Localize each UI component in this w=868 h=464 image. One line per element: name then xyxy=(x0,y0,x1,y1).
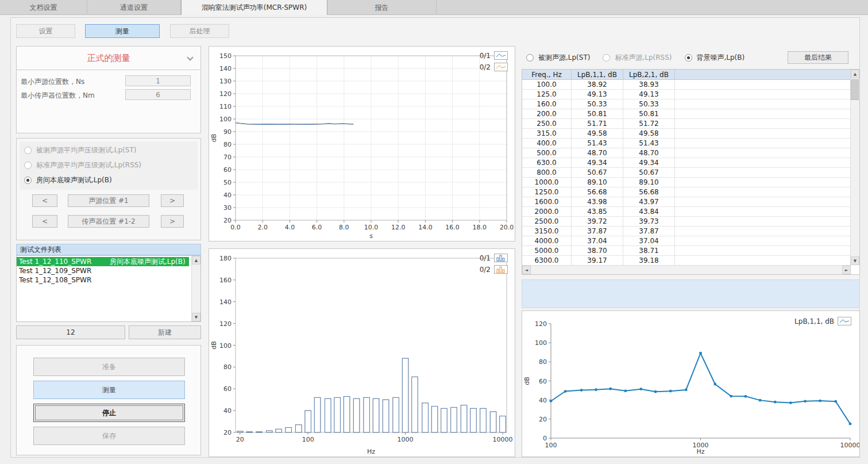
tab-channel-settings[interactable]: 通道设置 xyxy=(87,0,181,15)
file-list-item[interactable]: Test 1_12_109_SPWR xyxy=(17,266,189,275)
table-row[interactable]: 250.051.7151.72 xyxy=(522,119,850,129)
table-cell: 89.10 xyxy=(572,178,623,187)
subtab-postprocess[interactable]: 后处理 xyxy=(170,24,229,38)
svg-text:70: 70 xyxy=(223,154,232,161)
table-cell: 4000.0 xyxy=(522,236,572,246)
table-cell: 43.98 xyxy=(572,197,623,206)
table-row[interactable]: 6300.039.1739.18 xyxy=(522,256,850,266)
tab-mcr-spwr[interactable]: 混响室法测试声功率(MCR-SPWR) xyxy=(181,0,327,15)
radio-test-lp-st[interactable]: 被测声源平均声压级测试,Lp(ST) xyxy=(24,143,198,158)
mic-prev-button[interactable]: < xyxy=(32,215,57,228)
svg-text:40: 40 xyxy=(223,407,232,415)
final-result-button[interactable]: 最后结果 xyxy=(788,51,848,64)
scroll-down-icon[interactable]: ▼ xyxy=(851,256,859,265)
table-row[interactable]: 160.050.3350.33 xyxy=(522,99,850,109)
table-cell: 50.67 xyxy=(572,168,623,177)
svg-text:dB: dB xyxy=(523,377,531,385)
radio-circle xyxy=(24,162,32,169)
measure-mode-dropdown[interactable]: 正式的测量 xyxy=(16,46,201,70)
svg-text:50: 50 xyxy=(223,179,232,186)
source-next-button[interactable]: > xyxy=(161,194,184,207)
table-row[interactable]: 125.049.1349.13 xyxy=(522,90,850,99)
table-row[interactable]: 2000.043.8543.84 xyxy=(522,207,850,217)
stop-button[interactable]: 停止 xyxy=(33,404,185,422)
result-chart-legend: LpB,1,1, dB xyxy=(794,317,851,325)
chevron-down-icon xyxy=(187,54,193,60)
table-cell-filler xyxy=(675,119,850,128)
svg-text:40: 40 xyxy=(539,397,547,404)
table-cell-filler xyxy=(675,158,850,167)
svg-text:150: 150 xyxy=(219,52,232,60)
table-cell: 50.33 xyxy=(623,99,675,109)
table-row[interactable]: 5000.038.7038.71 xyxy=(522,246,850,256)
table-cell-filler xyxy=(675,256,850,265)
prepare-button[interactable]: 准备 xyxy=(33,358,185,376)
radio-circle xyxy=(603,54,610,62)
table-vscroll-thumb[interactable] xyxy=(851,79,859,100)
scroll-up-icon[interactable]: ▲ xyxy=(851,70,859,78)
mic-next-button[interactable]: > xyxy=(161,215,184,228)
info-band xyxy=(522,279,860,308)
table-cell: 125.0 xyxy=(522,90,572,99)
scroll-left-icon[interactable]: ◄ xyxy=(522,266,531,274)
svg-text:140: 140 xyxy=(219,298,232,306)
radio-display-lp-b[interactable]: 背景噪声,Lp(B) xyxy=(685,50,745,65)
table-row[interactable]: 1250.056.6856.68 xyxy=(522,187,850,197)
source-position-button[interactable]: 声源位置 #1 xyxy=(68,194,149,207)
new-file-button[interactable]: 新建 xyxy=(129,325,201,339)
radio-test-lp-b[interactable]: 房间本底噪声测试,Lp(B) xyxy=(24,172,198,187)
radio-test-lp-rss[interactable]: 标准声源平均声压级测试,Lp(RSS) xyxy=(24,158,198,172)
table-row[interactable]: 630.049.3449.34 xyxy=(522,158,850,168)
file-list-item[interactable]: Test 1_12_110_SPWR房间本底噪声测试,Lp(B) xyxy=(17,257,189,266)
source-prev-button[interactable]: < xyxy=(32,194,57,207)
table-hscrollbar[interactable]: ◄ ► xyxy=(522,265,851,274)
svg-text:180: 180 xyxy=(219,255,232,262)
table-cell: 49.13 xyxy=(623,90,675,99)
measure-button[interactable]: 测量 xyxy=(33,381,185,399)
tab-document-settings[interactable]: 文档设置 xyxy=(0,0,87,15)
legend-entry: 0/1 xyxy=(480,254,508,262)
table-cell: 38.70 xyxy=(572,246,623,255)
table-cell: 50.81 xyxy=(623,109,675,118)
svg-text:10.0: 10.0 xyxy=(364,224,379,231)
table-cell: 49.34 xyxy=(572,158,623,167)
radio-display-lp-rss[interactable]: 标准声源,Lp(RSS) xyxy=(603,50,672,65)
file-list-item[interactable]: Test 1_12_108_SPWR xyxy=(17,275,189,285)
legend-label: 0/2 xyxy=(480,266,491,274)
table-row[interactable]: 4000.037.0437.04 xyxy=(522,236,850,246)
table-row[interactable]: 1000.089.1089.10 xyxy=(522,178,850,187)
param-value-ns[interactable]: 1 xyxy=(125,75,191,86)
file-desc: 房间本底噪声测试,Lp(B) xyxy=(110,257,186,267)
table-row[interactable]: 3150.037.8737.87 xyxy=(522,227,850,236)
radio-display-lp-st[interactable]: 被测声源,Lp(ST) xyxy=(526,50,590,65)
table-cell: 100.0 xyxy=(522,80,572,89)
time-chart-legend: 0/10/2 xyxy=(480,51,508,71)
tab-report[interactable]: 报告 xyxy=(327,0,437,15)
table-row[interactable]: 200.050.8150.81 xyxy=(522,109,850,119)
mic-position-button[interactable]: 传声器位置 #1-2 xyxy=(68,215,149,228)
file-count-field[interactable]: 12 xyxy=(16,325,125,339)
table-row[interactable]: 500.048.7048.70 xyxy=(522,148,850,158)
table-row[interactable]: 100.038.9238.93 xyxy=(522,80,850,90)
subtab-settings[interactable]: 设置 xyxy=(16,24,75,38)
table-row[interactable]: 315.049.5849.58 xyxy=(522,129,850,139)
table-row[interactable]: 2500.039.7239.73 xyxy=(522,217,850,227)
svg-text:4.0: 4.0 xyxy=(285,224,295,231)
scroll-right-icon[interactable]: ► xyxy=(842,266,851,274)
file-list-scrollbar[interactable]: ▲ ▼ xyxy=(191,256,200,321)
subtab-measure[interactable]: 测量 xyxy=(85,24,160,38)
table-cell: 49.58 xyxy=(572,129,623,138)
svg-text:120: 120 xyxy=(535,320,547,328)
save-button[interactable]: 保存 xyxy=(33,427,185,445)
table-row[interactable]: 400.051.4351.43 xyxy=(522,139,850,148)
table-cell: 56.68 xyxy=(572,187,623,197)
svg-text:100: 100 xyxy=(302,436,314,443)
param-value-nm[interactable]: 6 xyxy=(125,89,191,100)
scroll-down-icon[interactable]: ▼ xyxy=(192,313,200,321)
svg-text:110: 110 xyxy=(219,103,232,110)
table-cell: 38.93 xyxy=(623,80,675,89)
display-radio-group: 被测声源,Lp(ST)标准声源,Lp(RSS)背景噪声,Lp(B) xyxy=(526,51,785,64)
table-row[interactable]: 1600.043.9843.97 xyxy=(522,197,850,207)
table-row[interactable]: 800.050.6750.67 xyxy=(522,168,850,178)
scroll-up-icon[interactable]: ▲ xyxy=(192,256,200,264)
